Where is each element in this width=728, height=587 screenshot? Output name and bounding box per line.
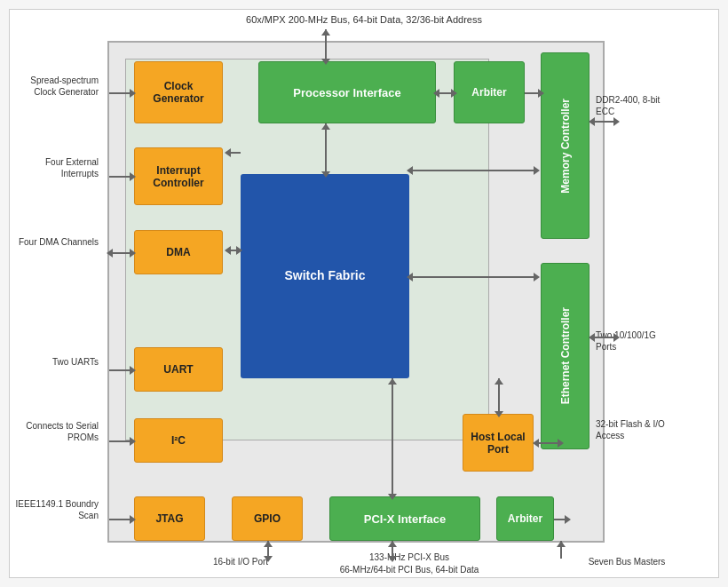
host-port-arrow-left — [533, 439, 539, 448]
sf-left — [225, 246, 231, 255]
uart-arrow-right — [130, 366, 136, 375]
proc-arb-right — [451, 89, 457, 98]
jtag-label: IEEE1149.1 Boundry Scan — [14, 498, 99, 521]
i2c-block: I²C — [134, 418, 223, 463]
host-port-label: 32-bit Flash & I/O Access — [596, 418, 676, 441]
hp-sf-down — [495, 411, 503, 417]
processor-interface-block: Processor Interface — [258, 61, 436, 123]
ethernet-arrow-right — [613, 333, 620, 342]
sf-eth-right — [534, 273, 540, 282]
sf-mem-left — [407, 166, 413, 175]
interrupt-controller-block: Interrupt Controller — [134, 147, 223, 205]
sf-pci-arrow — [392, 378, 393, 496]
hp-sf-up — [495, 378, 503, 385]
i2c-label: Connects to Serial PROMs — [14, 420, 99, 443]
arb-mem-right — [538, 89, 544, 98]
gpio-bottom-down — [264, 556, 273, 562]
interrupt-arrow-right — [130, 172, 136, 181]
sf-right-arrow — [236, 246, 242, 255]
sf-eth-left — [407, 273, 413, 282]
proc-switch-arrow — [325, 123, 327, 174]
arb-bot-eth-right — [565, 515, 571, 524]
ethernet-controller-block: Ethernet Controller — [541, 263, 590, 449]
top-label: 60x/MPX 200-MHz Bus, 64-bit Data, 32/36-… — [246, 14, 482, 25]
sf-eth-arrow — [409, 276, 538, 278]
pci-x-interface-block: PCI-X Interface — [329, 496, 480, 541]
sf-pci-up — [388, 378, 397, 385]
int-left — [225, 148, 231, 157]
uart-block: UART — [134, 347, 223, 392]
ethernet-arrow-left — [589, 333, 595, 342]
uart-label: Two UARTs — [14, 356, 99, 368]
memory-label: DDR2-400, 8-bit ECC — [596, 94, 676, 117]
dma-arrow-right — [130, 249, 136, 258]
gpio-block: GPIO — [232, 496, 303, 541]
memory-controller-block: Memory Controller — [541, 52, 590, 239]
interrupt-label: Four External Interrupts — [14, 156, 99, 179]
memory-arrow-left — [589, 117, 595, 126]
host-port-arrow-right — [558, 439, 564, 448]
memory-arrow-right — [613, 117, 620, 126]
pci-bottom-down — [388, 556, 397, 562]
arbiter-bottom-block: Arbiter — [496, 496, 554, 541]
clock-label: Spread-spectrum Clock Generator — [14, 75, 99, 98]
proc-switch-up — [321, 123, 330, 130]
dma-label: Four DMA Channels — [14, 236, 99, 248]
bus-masters-up — [557, 541, 566, 547]
sf-mem-arrow — [409, 170, 538, 171]
bottom-center-label: 133-MHz PCI-X Bus 66-MHz/64-bit PCI Bus,… — [329, 551, 489, 576]
switch-fabric-block: Switch Fabric — [241, 174, 409, 378]
i2c-arrow-right — [130, 437, 136, 446]
jtag-arrow-right — [130, 515, 136, 524]
bottom-right-label: Seven Bus Masters — [582, 556, 671, 568]
pci-bottom-up — [388, 541, 397, 547]
jtag-block: JTAG — [134, 496, 205, 541]
ethernet-label: Two 10/100/1G Ports — [596, 329, 676, 353]
bottom-left-label: 16-bit I/O Port — [187, 556, 294, 568]
sf-pci-down — [388, 494, 397, 500]
clock-arrow-right — [130, 89, 136, 98]
proc-arb-left — [433, 89, 439, 98]
sf-mem-right — [534, 166, 540, 175]
gpio-bottom-up — [264, 541, 273, 547]
arbiter-top-block: Arbiter — [454, 61, 525, 123]
clock-generator-block: Clock Generator — [134, 61, 223, 123]
dma-arrow-left — [107, 249, 113, 258]
diagram-container: 60x/MPX 200-MHz Bus, 64-bit Data, 32/36-… — [9, 9, 719, 578]
dma-block: DMA — [134, 230, 223, 274]
host-local-port-block: Host Local Port — [463, 414, 534, 472]
top-arrow-down — [321, 59, 330, 65]
top-arrow-up — [321, 29, 330, 36]
proc-switch-down — [321, 171, 330, 178]
